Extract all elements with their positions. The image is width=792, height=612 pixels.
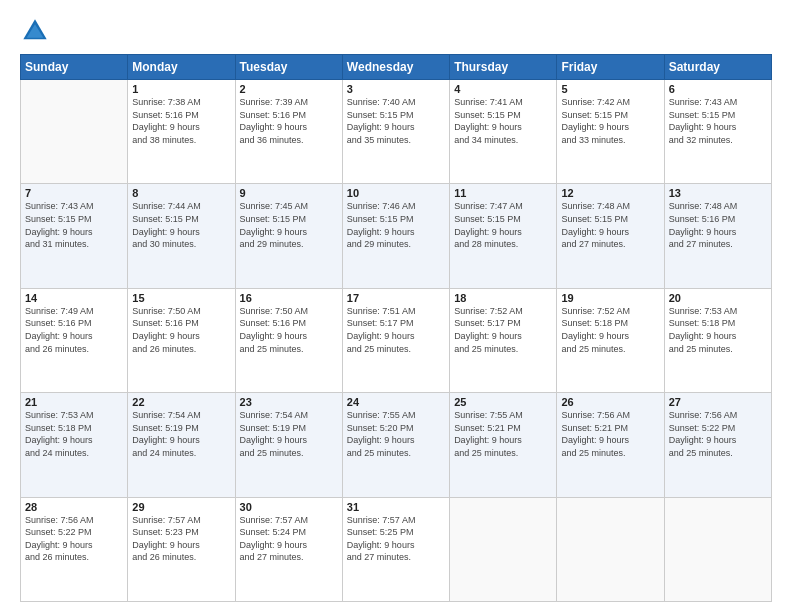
- calendar-day-cell: [664, 497, 771, 601]
- calendar-day-cell: 26Sunrise: 7:56 AM Sunset: 5:21 PM Dayli…: [557, 393, 664, 497]
- day-info: Sunrise: 7:54 AM Sunset: 5:19 PM Dayligh…: [132, 409, 230, 459]
- day-number: 17: [347, 292, 445, 304]
- day-number: 24: [347, 396, 445, 408]
- day-info: Sunrise: 7:52 AM Sunset: 5:17 PM Dayligh…: [454, 305, 552, 355]
- calendar-day-cell: [557, 497, 664, 601]
- day-info: Sunrise: 7:50 AM Sunset: 5:16 PM Dayligh…: [240, 305, 338, 355]
- day-number: 22: [132, 396, 230, 408]
- day-number: 10: [347, 187, 445, 199]
- calendar-day-cell: 24Sunrise: 7:55 AM Sunset: 5:20 PM Dayli…: [342, 393, 449, 497]
- day-info: Sunrise: 7:57 AM Sunset: 5:25 PM Dayligh…: [347, 514, 445, 564]
- calendar-day-cell: [450, 497, 557, 601]
- calendar-day-cell: 5Sunrise: 7:42 AM Sunset: 5:15 PM Daylig…: [557, 80, 664, 184]
- day-info: Sunrise: 7:48 AM Sunset: 5:15 PM Dayligh…: [561, 200, 659, 250]
- day-number: 28: [25, 501, 123, 513]
- header: [20, 16, 772, 46]
- day-number: 20: [669, 292, 767, 304]
- calendar-day-cell: 8Sunrise: 7:44 AM Sunset: 5:15 PM Daylig…: [128, 184, 235, 288]
- day-info: Sunrise: 7:56 AM Sunset: 5:22 PM Dayligh…: [25, 514, 123, 564]
- calendar-week-row: 14Sunrise: 7:49 AM Sunset: 5:16 PM Dayli…: [21, 288, 772, 392]
- day-info: Sunrise: 7:46 AM Sunset: 5:15 PM Dayligh…: [347, 200, 445, 250]
- calendar-day-cell: 21Sunrise: 7:53 AM Sunset: 5:18 PM Dayli…: [21, 393, 128, 497]
- day-number: 21: [25, 396, 123, 408]
- day-info: Sunrise: 7:49 AM Sunset: 5:16 PM Dayligh…: [25, 305, 123, 355]
- day-number: 1: [132, 83, 230, 95]
- calendar-day-cell: 25Sunrise: 7:55 AM Sunset: 5:21 PM Dayli…: [450, 393, 557, 497]
- calendar-day-header: Tuesday: [235, 55, 342, 80]
- day-info: Sunrise: 7:57 AM Sunset: 5:24 PM Dayligh…: [240, 514, 338, 564]
- day-number: 26: [561, 396, 659, 408]
- calendar-day-cell: 15Sunrise: 7:50 AM Sunset: 5:16 PM Dayli…: [128, 288, 235, 392]
- day-number: 29: [132, 501, 230, 513]
- day-info: Sunrise: 7:53 AM Sunset: 5:18 PM Dayligh…: [669, 305, 767, 355]
- day-info: Sunrise: 7:53 AM Sunset: 5:18 PM Dayligh…: [25, 409, 123, 459]
- day-number: 14: [25, 292, 123, 304]
- day-info: Sunrise: 7:45 AM Sunset: 5:15 PM Dayligh…: [240, 200, 338, 250]
- day-number: 4: [454, 83, 552, 95]
- calendar-day-cell: 9Sunrise: 7:45 AM Sunset: 5:15 PM Daylig…: [235, 184, 342, 288]
- day-info: Sunrise: 7:43 AM Sunset: 5:15 PM Dayligh…: [25, 200, 123, 250]
- calendar-day-cell: 7Sunrise: 7:43 AM Sunset: 5:15 PM Daylig…: [21, 184, 128, 288]
- day-info: Sunrise: 7:56 AM Sunset: 5:22 PM Dayligh…: [669, 409, 767, 459]
- logo-icon: [20, 16, 50, 46]
- calendar-day-cell: 28Sunrise: 7:56 AM Sunset: 5:22 PM Dayli…: [21, 497, 128, 601]
- logo: [20, 16, 54, 46]
- day-info: Sunrise: 7:55 AM Sunset: 5:21 PM Dayligh…: [454, 409, 552, 459]
- day-number: 31: [347, 501, 445, 513]
- calendar-week-row: 28Sunrise: 7:56 AM Sunset: 5:22 PM Dayli…: [21, 497, 772, 601]
- calendar-day-header: Friday: [557, 55, 664, 80]
- calendar-day-cell: 16Sunrise: 7:50 AM Sunset: 5:16 PM Dayli…: [235, 288, 342, 392]
- calendar-day-cell: 10Sunrise: 7:46 AM Sunset: 5:15 PM Dayli…: [342, 184, 449, 288]
- day-number: 6: [669, 83, 767, 95]
- day-info: Sunrise: 7:42 AM Sunset: 5:15 PM Dayligh…: [561, 96, 659, 146]
- day-info: Sunrise: 7:38 AM Sunset: 5:16 PM Dayligh…: [132, 96, 230, 146]
- day-info: Sunrise: 7:54 AM Sunset: 5:19 PM Dayligh…: [240, 409, 338, 459]
- day-info: Sunrise: 7:41 AM Sunset: 5:15 PM Dayligh…: [454, 96, 552, 146]
- day-number: 3: [347, 83, 445, 95]
- day-number: 11: [454, 187, 552, 199]
- calendar-day-cell: 22Sunrise: 7:54 AM Sunset: 5:19 PM Dayli…: [128, 393, 235, 497]
- day-number: 13: [669, 187, 767, 199]
- day-number: 8: [132, 187, 230, 199]
- day-number: 18: [454, 292, 552, 304]
- day-number: 15: [132, 292, 230, 304]
- calendar-day-cell: 11Sunrise: 7:47 AM Sunset: 5:15 PM Dayli…: [450, 184, 557, 288]
- day-number: 23: [240, 396, 338, 408]
- day-number: 25: [454, 396, 552, 408]
- calendar-week-row: 1Sunrise: 7:38 AM Sunset: 5:16 PM Daylig…: [21, 80, 772, 184]
- calendar-day-cell: 14Sunrise: 7:49 AM Sunset: 5:16 PM Dayli…: [21, 288, 128, 392]
- day-number: 9: [240, 187, 338, 199]
- calendar-day-cell: 12Sunrise: 7:48 AM Sunset: 5:15 PM Dayli…: [557, 184, 664, 288]
- calendar-day-cell: 3Sunrise: 7:40 AM Sunset: 5:15 PM Daylig…: [342, 80, 449, 184]
- calendar-day-cell: 27Sunrise: 7:56 AM Sunset: 5:22 PM Dayli…: [664, 393, 771, 497]
- calendar-day-header: Sunday: [21, 55, 128, 80]
- calendar-day-cell: 20Sunrise: 7:53 AM Sunset: 5:18 PM Dayli…: [664, 288, 771, 392]
- day-info: Sunrise: 7:51 AM Sunset: 5:17 PM Dayligh…: [347, 305, 445, 355]
- day-info: Sunrise: 7:44 AM Sunset: 5:15 PM Dayligh…: [132, 200, 230, 250]
- day-info: Sunrise: 7:40 AM Sunset: 5:15 PM Dayligh…: [347, 96, 445, 146]
- calendar-day-cell: 2Sunrise: 7:39 AM Sunset: 5:16 PM Daylig…: [235, 80, 342, 184]
- day-number: 30: [240, 501, 338, 513]
- day-info: Sunrise: 7:56 AM Sunset: 5:21 PM Dayligh…: [561, 409, 659, 459]
- day-info: Sunrise: 7:39 AM Sunset: 5:16 PM Dayligh…: [240, 96, 338, 146]
- calendar-day-cell: 19Sunrise: 7:52 AM Sunset: 5:18 PM Dayli…: [557, 288, 664, 392]
- calendar-day-header: Thursday: [450, 55, 557, 80]
- calendar-day-header: Saturday: [664, 55, 771, 80]
- calendar-day-cell: 30Sunrise: 7:57 AM Sunset: 5:24 PM Dayli…: [235, 497, 342, 601]
- calendar-day-cell: 6Sunrise: 7:43 AM Sunset: 5:15 PM Daylig…: [664, 80, 771, 184]
- page: SundayMondayTuesdayWednesdayThursdayFrid…: [0, 0, 792, 612]
- day-number: 19: [561, 292, 659, 304]
- calendar-table: SundayMondayTuesdayWednesdayThursdayFrid…: [20, 54, 772, 602]
- day-info: Sunrise: 7:47 AM Sunset: 5:15 PM Dayligh…: [454, 200, 552, 250]
- calendar-day-cell: 1Sunrise: 7:38 AM Sunset: 5:16 PM Daylig…: [128, 80, 235, 184]
- day-number: 2: [240, 83, 338, 95]
- day-info: Sunrise: 7:57 AM Sunset: 5:23 PM Dayligh…: [132, 514, 230, 564]
- day-number: 7: [25, 187, 123, 199]
- calendar-header-row: SundayMondayTuesdayWednesdayThursdayFrid…: [21, 55, 772, 80]
- calendar-day-cell: 17Sunrise: 7:51 AM Sunset: 5:17 PM Dayli…: [342, 288, 449, 392]
- calendar-day-cell: 29Sunrise: 7:57 AM Sunset: 5:23 PM Dayli…: [128, 497, 235, 601]
- day-info: Sunrise: 7:43 AM Sunset: 5:15 PM Dayligh…: [669, 96, 767, 146]
- calendar-day-cell: 23Sunrise: 7:54 AM Sunset: 5:19 PM Dayli…: [235, 393, 342, 497]
- day-number: 5: [561, 83, 659, 95]
- calendar-day-cell: 13Sunrise: 7:48 AM Sunset: 5:16 PM Dayli…: [664, 184, 771, 288]
